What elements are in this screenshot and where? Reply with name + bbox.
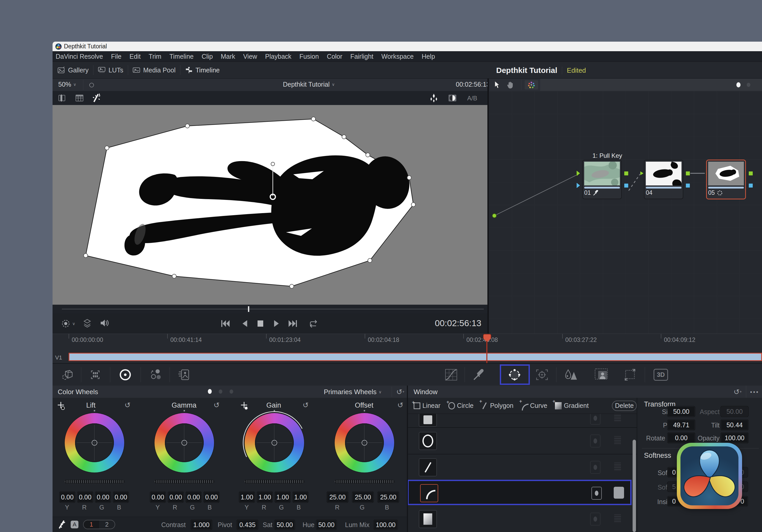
gallery-still-dot[interactable]: [747, 83, 750, 87]
opacity-value[interactable]: 100.00: [721, 432, 748, 443]
menu-timeline[interactable]: Timeline: [169, 53, 193, 60]
size-value[interactable]: 50.00: [667, 406, 695, 417]
gallery-still-dot-active[interactable]: [736, 82, 740, 88]
audio-mute-icon[interactable]: [100, 319, 109, 327]
offset-wheel[interactable]: [335, 413, 394, 473]
grid-view-icon[interactable]: [75, 94, 84, 102]
split-screen-icon[interactable]: [58, 94, 66, 102]
lift-wheel[interactable]: [65, 413, 124, 473]
gain-b-value[interactable]: 1.00: [292, 492, 309, 503]
menu-fairlight[interactable]: Fairlight: [350, 53, 373, 60]
circle-window-menu[interactable]: [612, 434, 623, 446]
color-match-icon[interactable]: [90, 369, 101, 380]
menu-fusion[interactable]: Fusion: [299, 53, 319, 60]
wheels-reset-icon[interactable]: ↺+: [396, 388, 405, 396]
gamma-reset-icon[interactable]: ↺: [213, 401, 219, 409]
menu-edit[interactable]: Edit: [129, 53, 140, 60]
lift-r-value[interactable]: 0.00: [77, 492, 93, 503]
offset-reset-icon[interactable]: ↺: [397, 401, 403, 409]
gain-wheel[interactable]: [245, 413, 304, 473]
menu-trim[interactable]: Trim: [149, 53, 161, 60]
loop-button[interactable]: [308, 319, 318, 328]
cursor-tool-icon[interactable]: [494, 81, 500, 89]
timeline-ruler[interactable]: 00:00:00:00 00:00:41:14 00:01:23:04 00:0…: [52, 334, 762, 352]
node-04[interactable]: 04: [644, 160, 683, 199]
lift-master-slider[interactable]: [65, 480, 124, 483]
lift-b-value[interactable]: 0.00: [113, 492, 129, 503]
linear-window-thumb[interactable]: [419, 414, 437, 427]
lum-mix-value[interactable]: 100.00: [373, 520, 398, 530]
menu-davinci-resolve[interactable]: DaVinci Resolve: [56, 53, 103, 60]
curve-window-thumb[interactable]: [420, 484, 438, 502]
offset-g-value[interactable]: 25.00: [352, 492, 374, 503]
rotate-value[interactable]: 0.00: [667, 432, 695, 443]
color-wheels-tab-icon-active[interactable]: [119, 368, 132, 381]
shape-list-scrollbar[interactable]: [633, 440, 636, 532]
aspect-value[interactable]: 50.00: [721, 406, 748, 417]
menu-mark[interactable]: Mark: [221, 53, 235, 60]
circle-window-thumb[interactable]: [419, 432, 437, 450]
play-button[interactable]: [273, 319, 280, 328]
step-back-button[interactable]: [241, 319, 248, 328]
gamma-y-value[interactable]: 0.00: [150, 492, 166, 503]
unmix-icon[interactable]: [83, 319, 91, 328]
page-dot-2[interactable]: [219, 389, 222, 394]
rgb-mixer-icon[interactable]: [150, 369, 162, 381]
qualifier-tab-icon[interactable]: [472, 368, 485, 381]
gamma-b-value[interactable]: 0.00: [203, 492, 219, 503]
gradient-window-menu[interactable]: [612, 513, 623, 524]
curve-window-indicator[interactable]: [591, 487, 602, 500]
gain-r-value[interactable]: 1.00: [257, 492, 273, 503]
enhanced-viewer-wand-icon[interactable]: [92, 93, 101, 103]
a-badge[interactable]: A: [71, 521, 78, 528]
luts-button[interactable]: LUTs: [98, 66, 123, 74]
window-options-icon[interactable]: •••: [750, 389, 759, 395]
viewer-scrub-strip[interactable]: [52, 305, 488, 313]
node-01[interactable]: 01: [582, 160, 622, 199]
add-curve-window-button[interactable]: + Curve: [521, 402, 547, 409]
tilt-value[interactable]: 50.44: [721, 420, 748, 431]
lift-y-value[interactable]: 0.00: [59, 492, 75, 503]
timeline-wipe-select[interactable]: ∨: [61, 319, 75, 328]
title-bar[interactable]: Depthkit Tutorial: [52, 42, 762, 51]
menu-view[interactable]: View: [243, 53, 257, 60]
node-graph[interactable]: 1: Pull Key 01 04 05: [489, 91, 762, 334]
pan-value[interactable]: 49.71: [667, 420, 695, 431]
delete-window-button[interactable]: Delete: [612, 401, 637, 411]
window-tab-icon-selected[interactable]: [507, 368, 521, 382]
add-polygon-window-button[interactable]: + Polygon: [481, 402, 513, 409]
menu-color[interactable]: Color: [327, 53, 343, 60]
stop-button[interactable]: [257, 320, 264, 327]
polygon-window-menu[interactable]: [612, 461, 623, 473]
add-gradient-window-button[interactable]: + Gradient: [555, 402, 588, 409]
gain-picker-icon[interactable]: [241, 401, 249, 410]
node-color-dots-icon[interactable]: [525, 80, 538, 90]
pivot-value[interactable]: 0.435: [237, 520, 258, 530]
viewer-clean-feed-icon[interactable]: [89, 83, 94, 88]
image-compare-icon[interactable]: [448, 94, 457, 102]
add-circle-window-button[interactable]: + Circle: [448, 402, 474, 409]
3d-tab-icon[interactable]: 3D: [653, 369, 668, 381]
auto-wand-icon[interactable]: [57, 520, 66, 529]
lift-reset-icon[interactable]: ↺: [124, 401, 130, 409]
ab-compare-label[interactable]: A/B: [467, 95, 477, 102]
viewer-timeline-select[interactable]: Depthkit Tutorial∨: [283, 81, 335, 88]
linear-window-indicator[interactable]: [590, 414, 600, 425]
viewer-scrub-playhead[interactable]: [248, 306, 249, 312]
sat-value[interactable]: 50.00: [274, 520, 295, 530]
gallery-button[interactable]: Gallery: [58, 66, 89, 74]
timeline-clip-selected[interactable]: [69, 353, 762, 361]
gradient-window-indicator[interactable]: [590, 513, 600, 526]
page-dot-3[interactable]: [230, 389, 233, 394]
gain-y-value[interactable]: 1.00: [239, 492, 255, 503]
linear-window-menu[interactable]: [612, 414, 623, 424]
window-reset-icon[interactable]: ↺+: [733, 388, 742, 396]
motion-effects-icon[interactable]: [178, 369, 190, 381]
menu-help[interactable]: Help: [421, 53, 435, 60]
skip-start-button[interactable]: [220, 319, 231, 328]
highlight-sparkle-icon[interactable]: [429, 93, 438, 103]
hue-value[interactable]: 50.00: [316, 520, 337, 530]
gamma-r-value[interactable]: 0.00: [168, 492, 184, 503]
lift-picker-icon[interactable]: [57, 401, 65, 410]
menu-playback[interactable]: Playback: [265, 53, 291, 60]
